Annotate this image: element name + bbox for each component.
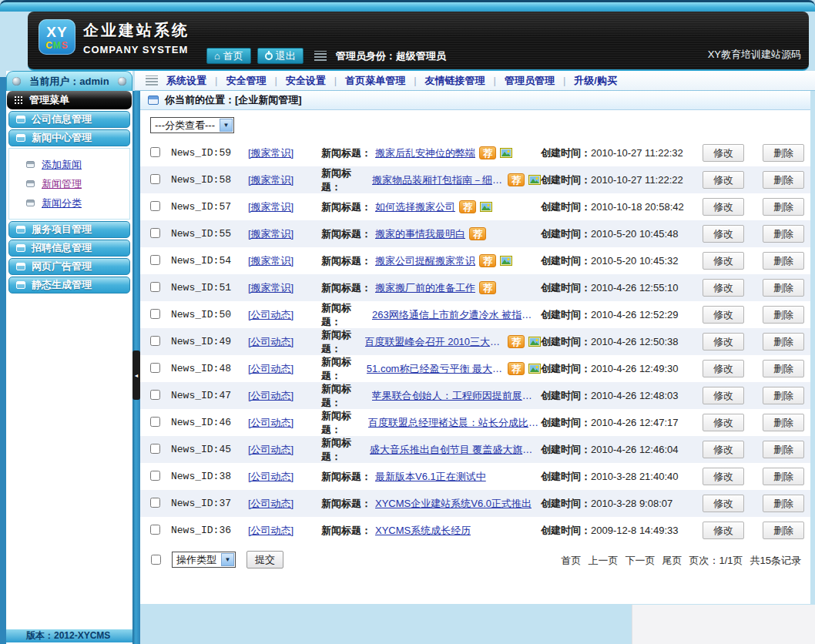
top-menu-item[interactable]: 安全管理 xyxy=(226,74,266,88)
news-title-link[interactable]: 苹果联合创始人：工程师因提前展示iPad xyxy=(372,389,541,403)
top-menu-item[interactable]: 系统设置 xyxy=(166,74,206,88)
delete-button[interactable]: 删除 xyxy=(763,522,804,539)
sidebar-subitem-news-manage[interactable]: 新闻管理 xyxy=(9,174,129,193)
row-checkbox[interactable] xyxy=(150,228,160,238)
delete-button[interactable]: 删除 xyxy=(763,279,804,297)
news-title-link[interactable]: 百度联盟峰会召开 2010三大举措助力联 xyxy=(365,335,504,349)
row-checkbox[interactable] xyxy=(150,282,160,292)
delete-button[interactable]: 删除 xyxy=(763,306,804,324)
news-title-link[interactable]: 盛大音乐推出自创节目 覆盖盛大旗下主要媒 xyxy=(370,443,541,457)
news-title-link[interactable]: 263网络通信上市前夕遭冷水 被指盈利模 xyxy=(372,308,541,322)
delete-button[interactable]: 删除 xyxy=(763,171,804,189)
category-link[interactable]: [搬家常识] xyxy=(248,147,293,159)
top-menu-item[interactable]: 友情链接管理 xyxy=(425,74,485,88)
top-menu-item[interactable]: 安全设置 xyxy=(286,74,326,88)
news-title-link[interactable]: 搬家公司提醒搬家常识 xyxy=(375,254,475,268)
delete-button[interactable]: 删除 xyxy=(763,333,804,351)
delete-button[interactable]: 删除 xyxy=(763,495,804,512)
edit-button[interactable]: 修改 xyxy=(703,225,744,243)
category-link[interactable]: [公司动态] xyxy=(248,336,293,347)
pagination-last[interactable]: 尾页 xyxy=(662,554,682,568)
edit-button[interactable]: 修改 xyxy=(703,198,744,216)
delete-button[interactable]: 删除 xyxy=(763,198,804,216)
delete-button[interactable]: 删除 xyxy=(763,360,804,377)
edit-button[interactable]: 修改 xyxy=(703,333,744,351)
news-title-link[interactable]: 搬家搬厂前的准备工作 xyxy=(375,281,475,295)
news-title-link[interactable]: 搬家后乱安神位的弊端 xyxy=(375,146,475,160)
delete-button[interactable]: 删除 xyxy=(763,414,804,431)
sidebar-subitem-news-category[interactable]: 新闻分类 xyxy=(9,193,129,213)
row-checkbox[interactable] xyxy=(150,147,160,157)
sidebar-item-news-center[interactable]: 新闻中心管理 xyxy=(8,129,130,146)
sidebar-item-services[interactable]: 服务项目管理 xyxy=(8,221,130,238)
row-checkbox[interactable] xyxy=(150,390,160,400)
pagination-first[interactable]: 首页 xyxy=(561,554,581,568)
row-checkbox[interactable] xyxy=(150,498,160,508)
category-link[interactable]: [公司动态] xyxy=(248,309,293,320)
edit-button[interactable]: 修改 xyxy=(703,441,744,458)
top-menu-item[interactable]: 升级/购买 xyxy=(574,74,617,88)
news-title-link[interactable]: XYCMS企业建站系统V6.0正式推出 xyxy=(375,497,532,511)
row-checkbox[interactable] xyxy=(150,255,160,265)
row-checkbox[interactable] xyxy=(150,525,160,535)
edit-button[interactable]: 修改 xyxy=(703,495,744,512)
row-checkbox[interactable] xyxy=(150,417,160,427)
category-link[interactable]: [搬家常识] xyxy=(248,201,293,213)
news-title-link[interactable]: 最新版本V6.1正在测试中 xyxy=(375,470,486,484)
delete-button[interactable]: 删除 xyxy=(763,225,804,243)
edit-button[interactable]: 修改 xyxy=(703,144,744,162)
category-link[interactable]: [公司动态] xyxy=(248,417,293,428)
delete-button[interactable]: 删除 xyxy=(763,144,804,162)
edit-button[interactable]: 修改 xyxy=(703,414,744,431)
news-title-link[interactable]: 搬家的事情我最明白 xyxy=(375,227,465,241)
news-title-link[interactable]: XYCMS系统成长经历 xyxy=(375,524,471,538)
category-select[interactable]: ---分类查看--- ▼ xyxy=(150,117,234,133)
category-link[interactable]: [公司动态] xyxy=(248,471,293,482)
news-title-link[interactable]: 百度联盟总经理褚达晨：站长分成比例将提高 xyxy=(368,416,541,430)
row-checkbox[interactable] xyxy=(150,471,160,481)
edit-button[interactable]: 修改 xyxy=(703,387,744,404)
category-link[interactable]: [搬家常识] xyxy=(248,174,293,186)
category-link[interactable]: [搬家常识] xyxy=(248,282,293,293)
delete-button[interactable]: 删除 xyxy=(763,468,804,485)
home-button[interactable]: ⌂ 首页 xyxy=(206,48,251,64)
select-all-checkbox[interactable] xyxy=(151,555,161,565)
logout-button[interactable]: 退出 xyxy=(257,48,304,64)
top-menu-item[interactable]: 管理员管理 xyxy=(505,74,555,88)
category-link[interactable]: [公司动态] xyxy=(248,525,293,536)
pagination-next[interactable]: 下一页 xyxy=(625,554,655,568)
category-link[interactable]: [公司动态] xyxy=(248,444,293,455)
row-checkbox[interactable] xyxy=(150,201,160,211)
sidebar-item-company-info[interactable]: 公司信息管理 xyxy=(8,111,130,128)
top-menu-item[interactable]: 首页菜单管理 xyxy=(345,74,405,88)
sidebar-subitem-add-news[interactable]: 添加新闻 xyxy=(9,155,129,174)
sidebar-item-static-gen[interactable]: 静态生成管理 xyxy=(8,277,130,293)
row-checkbox[interactable] xyxy=(150,174,160,184)
action-select[interactable]: 操作类型 ▼ xyxy=(172,552,236,568)
submit-button[interactable]: 提交 xyxy=(247,551,283,569)
sidebar-item-recruit[interactable]: 招聘信息管理 xyxy=(8,240,130,257)
edit-button[interactable]: 修改 xyxy=(703,171,744,189)
sidebar-collapse-handle[interactable]: ◄ xyxy=(132,351,140,400)
category-link[interactable]: [公司动态] xyxy=(248,363,293,374)
category-link[interactable]: [公司动态] xyxy=(248,390,293,401)
delete-button[interactable]: 删除 xyxy=(763,252,804,270)
category-link[interactable]: [公司动态] xyxy=(248,498,293,509)
pagination-prev[interactable]: 上一页 xyxy=(588,554,618,568)
delete-button[interactable]: 删除 xyxy=(763,387,804,404)
category-link[interactable]: [搬家常识] xyxy=(248,228,293,240)
delete-button[interactable]: 删除 xyxy=(763,441,804,458)
sidebar-item-web-ads[interactable]: 网页广告管理 xyxy=(8,258,130,275)
row-checkbox[interactable] xyxy=(150,444,160,454)
news-title-link[interactable]: 51.com称已经盈亏平衡 最大收入是社 xyxy=(367,362,504,376)
edit-button[interactable]: 修改 xyxy=(703,306,744,324)
news-title-link[interactable]: 搬家物品装厢打包指南－细节篇 xyxy=(372,173,504,187)
news-title-link[interactable]: 如何选择搬家公司 xyxy=(375,200,455,214)
edit-button[interactable]: 修改 xyxy=(703,522,744,539)
edit-button[interactable]: 修改 xyxy=(703,360,744,377)
edit-button[interactable]: 修改 xyxy=(703,252,744,270)
row-checkbox[interactable] xyxy=(150,309,160,319)
row-checkbox[interactable] xyxy=(150,363,160,373)
edit-button[interactable]: 修改 xyxy=(703,279,744,297)
category-link[interactable]: [搬家常识] xyxy=(248,255,293,267)
